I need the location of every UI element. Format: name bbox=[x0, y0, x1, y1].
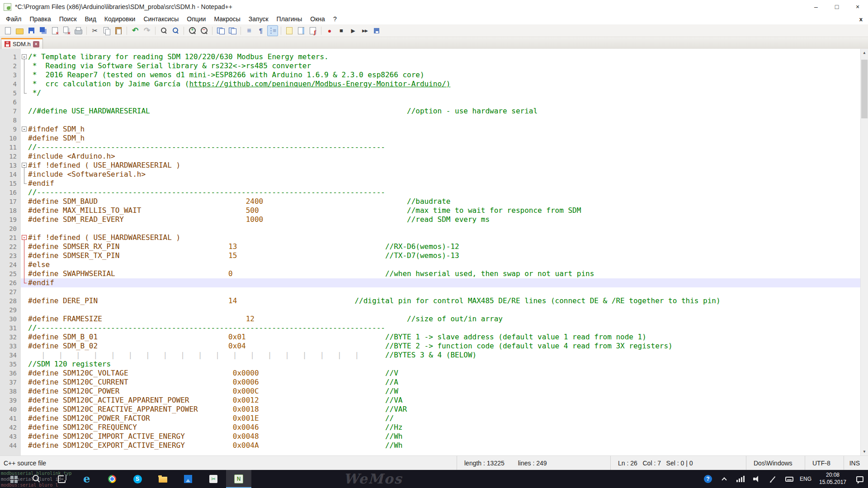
code-line[interactable]: 1-/* Template library for reading SDM 12… bbox=[0, 52, 860, 61]
code-line[interactable]: 9-#ifndef SDM_h bbox=[0, 125, 860, 134]
menu-item-search[interactable]: Поиск bbox=[55, 14, 81, 23]
code-line[interactable]: 8 bbox=[0, 116, 860, 125]
redo-button[interactable] bbox=[142, 25, 152, 36]
close-button[interactable] bbox=[49, 25, 60, 36]
action-center-icon[interactable] bbox=[852, 470, 868, 488]
code-area[interactable]: 1-/* Template library for reading SDM 12… bbox=[0, 49, 860, 455]
taskbar-snipping-tool-button[interactable] bbox=[201, 470, 226, 488]
word-wrap-button[interactable] bbox=[244, 25, 255, 36]
code-line[interactable]: 39#define SDM120C_ACTIVE_APPARENT_POWER … bbox=[0, 396, 860, 405]
code-line[interactable]: 32#define SDM_B_01 0x01 //BYTE 1 -> slav… bbox=[0, 333, 860, 342]
pen-icon[interactable] bbox=[765, 470, 781, 488]
minimize-button[interactable]: – bbox=[806, 0, 826, 14]
code-line[interactable]: 37#define SDM120C_CURRENT 0x0006 //A bbox=[0, 378, 860, 387]
code-line[interactable]: 44#define SDM120C_EXPORT_ACTIVE_ENERGY 0… bbox=[0, 441, 860, 450]
taskbar-notepad-plus-plus-button[interactable] bbox=[226, 470, 251, 488]
code-line[interactable]: 23#define SDMSER_TX_PIN 15 //TX-D7(wemos… bbox=[0, 251, 860, 260]
indent-guide-button[interactable] bbox=[267, 25, 278, 36]
code-line[interactable]: 34 | | | | | | | | | | | | | | | | | | |… bbox=[0, 351, 860, 360]
menu-item-plugins[interactable]: Плагины bbox=[273, 14, 307, 23]
code-line[interactable]: 5 */ bbox=[0, 89, 860, 98]
open-file-button[interactable] bbox=[14, 25, 25, 36]
code-line[interactable]: 42#define SDM120C_FREQUENCY 0x0046 //Hz bbox=[0, 423, 860, 432]
code-line[interactable]: 10#define SDM_h bbox=[0, 134, 860, 143]
tab-close-icon[interactable]: × bbox=[33, 41, 39, 47]
close-all-button[interactable] bbox=[61, 25, 72, 36]
code-line[interactable]: 27 bbox=[0, 287, 860, 296]
code-line[interactable]: 15#endif bbox=[0, 179, 860, 188]
playback-macro-button[interactable] bbox=[348, 25, 359, 36]
code-line[interactable]: 4 * crc calculation by Jaime García (htt… bbox=[0, 80, 860, 89]
scroll-up-icon[interactable]: ▲ bbox=[861, 49, 868, 56]
print-button[interactable] bbox=[73, 25, 84, 36]
code-line[interactable]: 36#define SDM120C_VOLTAGE 0x0000 //V bbox=[0, 369, 860, 378]
network-icon[interactable] bbox=[732, 470, 749, 488]
find-button[interactable] bbox=[158, 25, 169, 36]
code-line[interactable]: 21-#if !defined ( USE_HARDWARESERIAL ) bbox=[0, 233, 860, 242]
editor[interactable]: 1-/* Template library for reading SDM 12… bbox=[0, 49, 868, 455]
fold-toggle-icon[interactable]: - bbox=[22, 163, 27, 168]
scrollbar-thumb[interactable] bbox=[861, 60, 868, 118]
document-map-button[interactable] bbox=[296, 25, 307, 36]
replace-button[interactable] bbox=[170, 25, 181, 36]
start-button[interactable] bbox=[4, 470, 24, 488]
taskbar-chrome-button[interactable] bbox=[99, 470, 125, 488]
menu-item-encoding[interactable]: Кодировки bbox=[100, 14, 140, 23]
code-line[interactable]: 20 bbox=[0, 224, 860, 233]
menu-item-file[interactable]: Файл bbox=[2, 14, 25, 23]
taskbar-skype-button[interactable] bbox=[125, 470, 150, 488]
function-list-button[interactable] bbox=[307, 25, 318, 36]
code-line[interactable]: 31//------------------------------------… bbox=[0, 324, 860, 333]
code-line[interactable]: 29 bbox=[0, 305, 860, 314]
zoom-out-button[interactable] bbox=[198, 25, 209, 36]
menu-close-icon[interactable]: x bbox=[859, 16, 863, 23]
volume-icon[interactable] bbox=[749, 470, 765, 488]
save-all-button[interactable] bbox=[38, 25, 48, 36]
menu-item-macro[interactable]: Макросы bbox=[210, 14, 244, 23]
record-macro-button[interactable] bbox=[324, 25, 335, 36]
scroll-down-icon[interactable]: ▼ bbox=[861, 448, 868, 455]
menu-item-view[interactable]: Вид bbox=[81, 14, 100, 23]
code-line[interactable]: 30#define FRAMESIZE 12 //size of out/in … bbox=[0, 314, 860, 324]
taskbar-file-explorer-button[interactable] bbox=[150, 470, 175, 488]
code-line[interactable]: 26#endif bbox=[0, 278, 860, 287]
help-tray-icon[interactable]: ? bbox=[700, 470, 716, 488]
code-line[interactable]: 14#include <SoftwareSerial.h> bbox=[0, 170, 860, 179]
cut-button[interactable] bbox=[90, 25, 100, 36]
menu-item-edit[interactable]: Правка bbox=[25, 14, 55, 23]
define-language-button[interactable] bbox=[284, 25, 295, 36]
sync-vertical-button[interactable] bbox=[215, 25, 226, 36]
taskbar-photos-button[interactable] bbox=[175, 470, 201, 488]
language-indicator[interactable]: ENG bbox=[797, 470, 814, 488]
paste-button[interactable] bbox=[113, 25, 124, 36]
code-line[interactable]: 43#define SDM120C_IMPORT_ACTIVE_ENERGY 0… bbox=[0, 432, 860, 441]
taskbar-edge-button[interactable] bbox=[74, 470, 99, 488]
new-file-button[interactable] bbox=[2, 25, 13, 36]
show-all-characters-button[interactable] bbox=[255, 25, 266, 36]
close-button[interactable]: × bbox=[847, 0, 868, 14]
code-line[interactable]: 12#include <Arduino.h> bbox=[0, 152, 860, 161]
code-line[interactable]: 13-#if !defined ( USE_HARDWARESERIAL ) bbox=[0, 161, 860, 170]
menu-item-run[interactable]: Запуск bbox=[245, 14, 273, 23]
copy-button[interactable] bbox=[101, 25, 112, 36]
code-line[interactable]: 40#define SDM120C_REACTIVE_APPARENT_POWE… bbox=[0, 405, 860, 414]
code-line[interactable]: 2 * Reading via Software Serial library … bbox=[0, 61, 860, 70]
code-line[interactable]: 6 bbox=[0, 98, 860, 107]
maximize-button[interactable]: □ bbox=[826, 0, 847, 14]
fold-toggle-icon[interactable]: - bbox=[22, 54, 27, 59]
code-line[interactable]: 16//------------------------------------… bbox=[0, 188, 860, 197]
code-line[interactable]: 22#define SDMSER_RX_PIN 13 //RX-D6(wemos… bbox=[0, 242, 860, 251]
taskbar-search-button[interactable] bbox=[24, 470, 49, 488]
touch-keyboard-icon[interactable] bbox=[781, 470, 797, 488]
run-macro-multiple-button[interactable] bbox=[359, 25, 370, 36]
code-line[interactable]: 19#define SDM_READ_EVERY 1000 //read SDM… bbox=[0, 215, 860, 224]
code-line[interactable]: 17#define SDM_BAUD 2400 //baudrate bbox=[0, 197, 860, 206]
code-line[interactable]: 41#define SDM120C_POWER_FACTOR 0x001E // bbox=[0, 414, 860, 423]
code-line[interactable]: 24#else bbox=[0, 260, 860, 269]
code-line[interactable]: 28#define DERE_PIN 14 //digital pin for … bbox=[0, 296, 860, 305]
vertical-scrollbar[interactable]: ▲ ▼ bbox=[860, 49, 868, 455]
menu-item-language[interactable]: Синтаксисы bbox=[139, 14, 183, 23]
sync-horizontal-button[interactable] bbox=[227, 25, 238, 36]
save-button[interactable] bbox=[26, 25, 37, 36]
menu-item-help[interactable]: ? bbox=[329, 14, 341, 23]
